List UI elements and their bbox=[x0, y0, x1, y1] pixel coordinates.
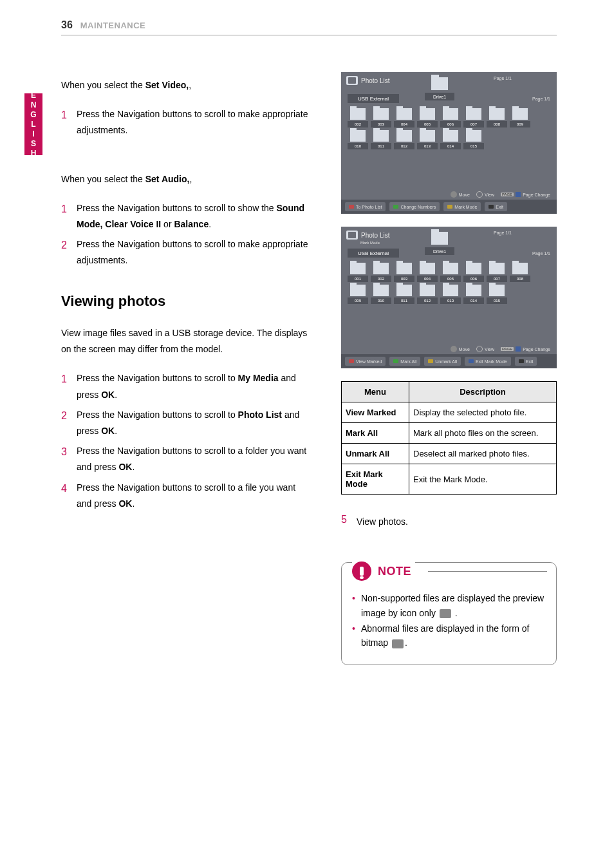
softkey-label: Mark Mode bbox=[454, 205, 477, 209]
text: . bbox=[132, 462, 135, 472]
ok-icon bbox=[476, 191, 483, 198]
softkey-button: To Photo List bbox=[345, 202, 386, 211]
table-body: View MarkedDisplay the selected photo fi… bbox=[342, 402, 557, 495]
titlebar: Photo List bbox=[346, 76, 389, 85]
folder-icon bbox=[466, 108, 481, 120]
mark-mode-label: Mark Mode bbox=[360, 241, 380, 245]
move-hint: Move bbox=[451, 346, 470, 352]
thumb-label: 005 bbox=[440, 276, 461, 282]
thumbnail: 012 bbox=[394, 130, 414, 149]
button-row: View MarkedMark AllUnmark AllExit Mark M… bbox=[341, 354, 557, 368]
section-title: MAINTENANCE bbox=[80, 21, 146, 30]
folder-icon bbox=[396, 130, 412, 142]
folder-icon bbox=[466, 285, 481, 296]
note-icon bbox=[352, 561, 371, 581]
color-key-icon bbox=[469, 359, 474, 363]
softkey-button: Mark Mode bbox=[443, 202, 481, 211]
note-head: NOTE bbox=[352, 561, 415, 581]
softkey-button: Change Numbers bbox=[389, 202, 440, 211]
thumb-label: 008 bbox=[510, 276, 530, 282]
step-text: View photos. bbox=[357, 514, 557, 530]
text: . bbox=[132, 498, 135, 509]
text-bold: Balance bbox=[174, 219, 209, 229]
thumbnail: 009 bbox=[510, 108, 530, 127]
text: When you select the bbox=[61, 80, 145, 90]
header-menu: Menu bbox=[342, 382, 409, 402]
text: , bbox=[189, 80, 191, 90]
folder-icon bbox=[396, 263, 412, 274]
thumb-label: 007 bbox=[487, 276, 507, 282]
menu-cell: Mark All bbox=[342, 423, 409, 444]
thumbnail-grid: 0010020030040050060070080090100110120130… bbox=[348, 263, 550, 304]
folder-icon bbox=[350, 130, 366, 142]
note-item: Non-supported files are displayed the pr… bbox=[352, 591, 546, 620]
page-indicator: Page 1/1 bbox=[494, 76, 512, 80]
photo-list-icon bbox=[346, 76, 358, 85]
right-column: Photo List USB External Drive1 Page 1/1 … bbox=[341, 72, 557, 665]
thumb-label: 014 bbox=[440, 143, 461, 149]
step-number: 2 bbox=[61, 236, 77, 269]
text-bold: Set Audio, bbox=[145, 174, 190, 184]
thumbnail: 015 bbox=[487, 285, 507, 304]
nav-arrow-icon bbox=[451, 346, 457, 352]
desc-cell: Display the selected photo file. bbox=[409, 402, 557, 423]
label: Move bbox=[459, 193, 470, 197]
language-tab: ENGLISH bbox=[24, 93, 42, 155]
color-key-icon bbox=[447, 205, 452, 209]
step-number: 1 bbox=[61, 200, 77, 232]
step-number: 5 bbox=[341, 514, 357, 530]
title-label: Photo List bbox=[361, 232, 389, 239]
note-item: Abnormal files are displayed in the form… bbox=[352, 621, 546, 650]
photo-list-mark-mode-screenshot: Photo List Mark Mode USB External Drive1… bbox=[341, 227, 557, 368]
thumb-label: 015 bbox=[463, 143, 484, 149]
thumbnail: 007 bbox=[487, 263, 507, 282]
thumb-label: 006 bbox=[440, 121, 461, 127]
page-indicator-small: Page 1/1 bbox=[532, 251, 550, 256]
step-text: Press the Navigation buttons to scroll t… bbox=[77, 106, 309, 138]
drive-label: Drive1 bbox=[425, 247, 454, 255]
thumbnail: 015 bbox=[463, 130, 484, 149]
text: Press the Navigation buttons to scroll t… bbox=[77, 446, 306, 472]
folder-icon bbox=[443, 263, 458, 274]
thumb-label: 002 bbox=[371, 276, 391, 282]
folder-icon bbox=[373, 108, 389, 120]
note-list: Non-supported files are displayed the pr… bbox=[352, 591, 546, 650]
thumbnail: 001 bbox=[348, 263, 368, 282]
thumbnail: 014 bbox=[463, 285, 484, 304]
folder-icon bbox=[420, 108, 435, 120]
softkey-button: View Marked bbox=[345, 357, 386, 366]
thumb-label: 005 bbox=[417, 121, 438, 127]
text-bold: My Media bbox=[238, 373, 279, 383]
softkey-button: Exit bbox=[485, 202, 507, 211]
folder-icon bbox=[431, 77, 448, 90]
text-bold: OK bbox=[101, 426, 115, 436]
view-hint: View bbox=[476, 191, 494, 198]
page-indicator: Page 1/1 bbox=[494, 231, 512, 235]
thumbnail: 014 bbox=[440, 130, 461, 149]
softkey-label: Exit bbox=[496, 205, 503, 209]
softkey-button: Exit bbox=[515, 357, 537, 366]
thumbnail-grid: 0020030040050060070080090100110120130140… bbox=[348, 108, 550, 149]
step-number: 3 bbox=[61, 443, 77, 475]
page-button-icon bbox=[516, 192, 521, 197]
thumb-label: 011 bbox=[394, 297, 414, 304]
step: 1 Press the Navigation buttons to scroll… bbox=[61, 200, 309, 232]
folder-icon bbox=[489, 108, 505, 120]
table-row: Unmark AllDeselect all marked photo file… bbox=[342, 444, 557, 464]
softkey-label: Unmark All bbox=[435, 359, 457, 364]
text: , bbox=[189, 174, 192, 184]
step: 1 Press the Navigation buttons to scroll… bbox=[61, 370, 309, 402]
thumbnail: 005 bbox=[417, 108, 438, 127]
thumb-label: 002 bbox=[348, 121, 368, 127]
softkey-label: Exit Mark Mode bbox=[476, 359, 507, 364]
nav-arrow-icon bbox=[451, 191, 457, 198]
text: . bbox=[405, 637, 407, 648]
label: Move bbox=[459, 347, 470, 352]
step-number: 2 bbox=[61, 407, 77, 439]
step: 2 Press the Navigation buttons to scroll… bbox=[61, 236, 309, 269]
text: Press the Navigation buttons to scroll t… bbox=[77, 203, 277, 213]
text: When you select the bbox=[61, 174, 145, 184]
text: . bbox=[452, 608, 458, 618]
left-column: When you select the Set Video,, 1 Press … bbox=[61, 77, 309, 516]
table-row: Mark AllMark all photo files on the scre… bbox=[342, 423, 557, 444]
